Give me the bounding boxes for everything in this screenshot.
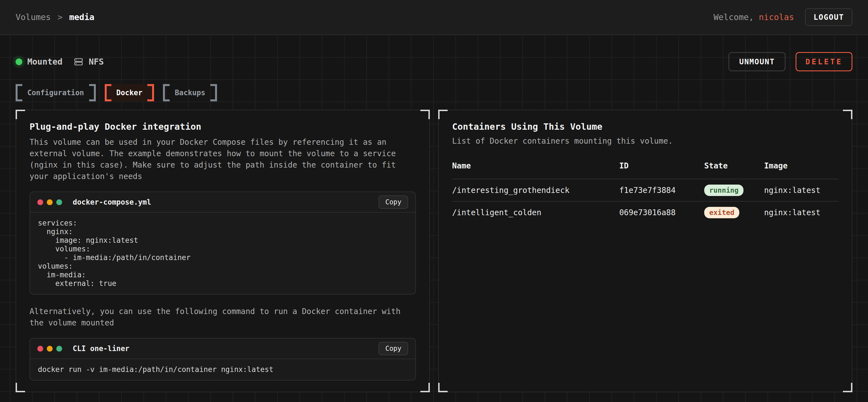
- panel-corner-decoration: [16, 383, 25, 392]
- username: nicolas: [759, 12, 794, 22]
- cell-container-image: nginx:latest: [764, 186, 838, 195]
- welcome-text: Welcome, nicolas: [713, 12, 794, 22]
- cli-copy-button[interactable]: Copy: [378, 342, 408, 355]
- traffic-light-red-icon: [37, 346, 43, 351]
- tab-configuration[interactable]: Configuration: [16, 84, 96, 101]
- chevron-right-icon: >: [57, 12, 62, 22]
- cli-intro-text: Alternatively, you can use the following…: [30, 306, 416, 329]
- bracket-decoration: [163, 84, 169, 101]
- bracket-decoration: [147, 84, 154, 101]
- breadcrumb-volumes-link[interactable]: Volumes: [16, 12, 51, 22]
- traffic-lights: [37, 346, 62, 351]
- panel-corner-decoration: [843, 110, 852, 119]
- bracket-decoration: [210, 84, 217, 101]
- top-bar: Volumes > media Welcome, nicolas LOGOUT: [0, 0, 868, 35]
- traffic-light-red-icon: [37, 199, 43, 205]
- state-badge-exited: exited: [704, 207, 739, 218]
- containers-table: Name ID State Image /interesting_grothen…: [452, 161, 838, 223]
- tab-docker[interactable]: Docker: [105, 84, 154, 101]
- cli-code: docker run -v im-media:/path/in/containe…: [38, 365, 407, 374]
- tab-docker-label: Docker: [117, 89, 143, 97]
- table-header-state: State: [704, 161, 764, 170]
- table-row: /intelligent_colden 069e73016a88 exited …: [452, 201, 838, 223]
- breadcrumb-current-volume: media: [69, 12, 94, 22]
- filesystem-label: NFS: [89, 57, 104, 67]
- bracket-decoration: [89, 84, 96, 101]
- compose-copy-button[interactable]: Copy: [378, 195, 408, 209]
- cell-container-id: f1e73e7f3884: [619, 186, 704, 195]
- compose-filename: docker-compose.yml: [73, 198, 151, 206]
- cell-container-id: 069e73016a88: [619, 208, 704, 217]
- containers-panel-title: Containers Using This Volume: [452, 122, 838, 132]
- panel-corner-decoration: [438, 383, 448, 392]
- mounted-dot-icon: [16, 59, 22, 65]
- table-header-name: Name: [452, 161, 619, 170]
- traffic-light-yellow-icon: [47, 346, 53, 351]
- mounted-status: Mounted: [16, 57, 62, 67]
- unmount-button[interactable]: UNMOUNT: [728, 52, 786, 71]
- tab-configuration-label: Configuration: [27, 89, 84, 97]
- panel-corner-decoration: [438, 110, 448, 119]
- panel-corner-decoration: [420, 110, 430, 119]
- table-row: /interesting_grothendieck f1e73e7f3884 r…: [452, 179, 838, 201]
- server-stack-icon: [73, 57, 84, 67]
- traffic-light-green-icon: [56, 346, 62, 351]
- traffic-lights: [37, 199, 62, 205]
- table-header-image: Image: [764, 161, 838, 170]
- tab-backups[interactable]: Backups: [163, 84, 217, 101]
- filesystem-indicator: NFS: [73, 57, 104, 67]
- cell-container-name: /intelligent_colden: [452, 208, 619, 217]
- table-header-id: ID: [619, 161, 704, 170]
- compose-code-block: docker-compose.yml Copy services: nginx:…: [30, 192, 416, 295]
- table-header-row: Name ID State Image: [452, 161, 838, 179]
- docker-panel-title: Plug-and-play Docker integration: [30, 122, 416, 132]
- tab-bar: Configuration Docker Backups: [16, 84, 852, 101]
- panel-corner-decoration: [843, 383, 852, 392]
- state-badge-running: running: [704, 185, 743, 196]
- bracket-decoration: [105, 84, 112, 101]
- docker-integration-panel: Plug-and-play Docker integration This vo…: [16, 110, 430, 392]
- tab-backups-label: Backups: [175, 89, 205, 97]
- docker-panel-description: This volume can be used in your Docker C…: [30, 136, 416, 182]
- traffic-light-yellow-icon: [47, 199, 53, 205]
- mounted-label: Mounted: [27, 57, 62, 67]
- traffic-light-green-icon: [56, 199, 62, 205]
- welcome-prefix: Welcome,: [713, 12, 759, 22]
- cli-code-block: CLI one-liner Copy docker run -v im-medi…: [30, 338, 416, 380]
- compose-code: services: nginx: image: nginx:latest vol…: [38, 219, 407, 288]
- containers-panel-subtitle: List of Docker containers mounting this …: [452, 136, 838, 145]
- delete-button[interactable]: DELETE: [796, 52, 852, 71]
- bracket-decoration: [16, 84, 22, 101]
- containers-panel: Containers Using This Volume List of Doc…: [438, 110, 852, 392]
- panel-corner-decoration: [420, 383, 430, 392]
- cli-filename: CLI one-liner: [73, 344, 129, 353]
- cell-container-image: nginx:latest: [764, 208, 838, 217]
- breadcrumb: Volumes > media: [16, 12, 94, 22]
- logout-button[interactable]: LOGOUT: [805, 8, 852, 26]
- cell-container-name: /interesting_grothendieck: [452, 186, 619, 195]
- panel-corner-decoration: [16, 110, 25, 119]
